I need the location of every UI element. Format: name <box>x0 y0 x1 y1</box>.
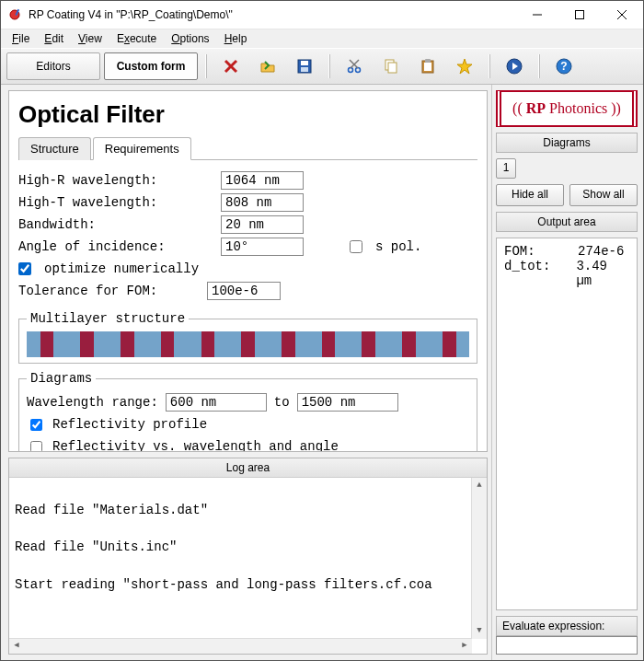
clipboard-icon <box>418 56 438 76</box>
star-icon <box>454 56 475 76</box>
aoi-input[interactable] <box>221 238 304 256</box>
layer-stripe <box>94 331 121 357</box>
s-pol-label: s pol. <box>375 239 421 254</box>
scroll-up-icon: ▲ <box>472 478 487 493</box>
svg-point-12 <box>356 68 361 73</box>
optimize-label: optimize numerically <box>44 261 199 276</box>
optimize-checkbox[interactable] <box>18 262 31 275</box>
page-title: Optical Filter <box>18 100 477 129</box>
layer-stripe <box>456 331 470 357</box>
layer-stripe <box>174 331 201 357</box>
scroll-down-icon: ▼ <box>472 624 487 639</box>
log-hscrollbar[interactable]: ◀▶ <box>9 638 472 654</box>
refl-vs-label: Reflectivity vs. wavelength and angle <box>52 439 339 452</box>
log-vscrollbar[interactable]: ▲▼ <box>471 478 487 639</box>
layer-stripe <box>53 331 80 357</box>
toolbar-separator <box>489 54 490 78</box>
log-header: Log area <box>9 458 487 478</box>
open-button[interactable] <box>251 52 284 80</box>
bandwidth-input[interactable] <box>221 215 304 234</box>
layer-stripe <box>134 331 161 357</box>
layer-stripe <box>161 331 175 357</box>
title-bar: RP Coating V4 in "P:\RP_Coating\Demo\" <box>1 1 643 29</box>
tol-label: Tolerance for FOM: <box>18 284 198 298</box>
range-from-input[interactable] <box>166 393 267 412</box>
menu-edit[interactable]: Edit <box>37 30 71 47</box>
layer-stripe <box>40 331 54 357</box>
multilayer-legend: Multilayer structure <box>27 311 189 326</box>
layer-stripe <box>241 331 255 357</box>
copy-icon <box>381 56 401 76</box>
close-button[interactable] <box>601 1 643 29</box>
show-all-button[interactable]: Show all <box>569 184 638 206</box>
high-r-input[interactable] <box>221 171 304 190</box>
help-icon: ? <box>554 56 574 76</box>
evaluate-input[interactable] <box>496 636 638 655</box>
fom-value: 274e-6 <box>578 244 624 259</box>
tab-requirements[interactable]: Requirements <box>93 137 191 160</box>
paste-button[interactable] <box>411 52 444 80</box>
refl-vs-checkbox[interactable] <box>30 441 42 453</box>
layer-stripe <box>282 331 295 357</box>
range-to-word: to <box>274 395 290 410</box>
scroll-left-icon: ◀ <box>9 639 24 654</box>
play-icon <box>504 56 524 76</box>
menu-help[interactable]: Help <box>217 30 255 47</box>
maximize-button[interactable] <box>558 1 601 29</box>
menu-bar: File Edit View Execute Options Help <box>1 29 643 48</box>
menu-view[interactable]: View <box>71 30 109 47</box>
fom-label: FOM: <box>504 244 578 259</box>
log-line: Read file "Units.inc" <box>15 539 177 554</box>
menu-file[interactable]: File <box>5 30 37 47</box>
svg-rect-3 <box>576 11 584 19</box>
menu-options[interactable]: Options <box>164 30 216 47</box>
editors-button[interactable]: Editors <box>6 52 100 80</box>
tab-structure[interactable]: Structure <box>18 137 91 160</box>
minimize-button[interactable] <box>516 1 558 29</box>
main-panel: Optical Filter Structure Requirements Hi… <box>8 90 488 452</box>
rp-photonics-logo: (( RP Photonics )) <box>496 90 638 127</box>
aoi-label: Angle of incidence: <box>18 239 212 254</box>
layer-stripe <box>80 331 94 357</box>
layer-stripe <box>335 331 362 357</box>
floppy-icon <box>294 56 315 76</box>
svg-marker-20 <box>457 59 472 74</box>
range-to-input[interactable] <box>297 393 398 412</box>
copy-button[interactable] <box>374 52 408 80</box>
multilayer-strip <box>27 331 469 357</box>
layer-stripe <box>295 331 322 357</box>
cut-button[interactable] <box>338 52 371 80</box>
favorite-button[interactable] <box>448 52 481 80</box>
requirements-form: High-R wavelength: High-T wavelength: Ba… <box>18 162 477 304</box>
tol-input[interactable] <box>207 282 281 300</box>
high-t-input[interactable] <box>221 193 304 212</box>
diagrams-fieldset: Diagrams Wavelength range: to Reflectivi… <box>18 371 477 452</box>
svg-point-11 <box>349 68 353 73</box>
toolbar-separator <box>328 54 330 78</box>
hide-all-button[interactable]: Hide all <box>496 184 564 206</box>
high-t-label: High-T wavelength: <box>18 195 212 210</box>
layer-stripe <box>443 331 456 357</box>
tab-bar: Structure Requirements <box>18 136 477 160</box>
bandwidth-label: Bandwidth: <box>18 217 212 232</box>
save-button[interactable] <box>288 52 321 80</box>
help-button[interactable]: ? <box>547 52 581 80</box>
refl-profile-checkbox[interactable] <box>30 419 42 431</box>
layer-stripe <box>375 331 402 357</box>
run-button[interactable] <box>498 52 531 80</box>
diagram-index-button[interactable]: 1 <box>496 158 516 179</box>
output-area: FOM:274e-6 d_tot:3.49 µm <box>496 238 638 610</box>
custom-form-button[interactable]: Custom form <box>104 52 198 80</box>
app-icon <box>8 7 23 22</box>
toolbar: Editors Custom form ? <box>1 48 643 85</box>
s-pol-checkbox[interactable] <box>350 240 362 253</box>
svg-rect-18 <box>424 63 431 71</box>
log-panel: Log area Read file "Materials.dat" Read … <box>8 458 488 655</box>
layer-stripe <box>201 331 215 357</box>
toolbar-separator <box>538 54 540 78</box>
layer-stripe <box>255 331 282 357</box>
log-line: Read file "Materials.dat" <box>15 503 208 517</box>
layer-stripe <box>27 331 40 357</box>
delete-button[interactable] <box>214 52 247 80</box>
menu-execute[interactable]: Execute <box>109 30 164 47</box>
